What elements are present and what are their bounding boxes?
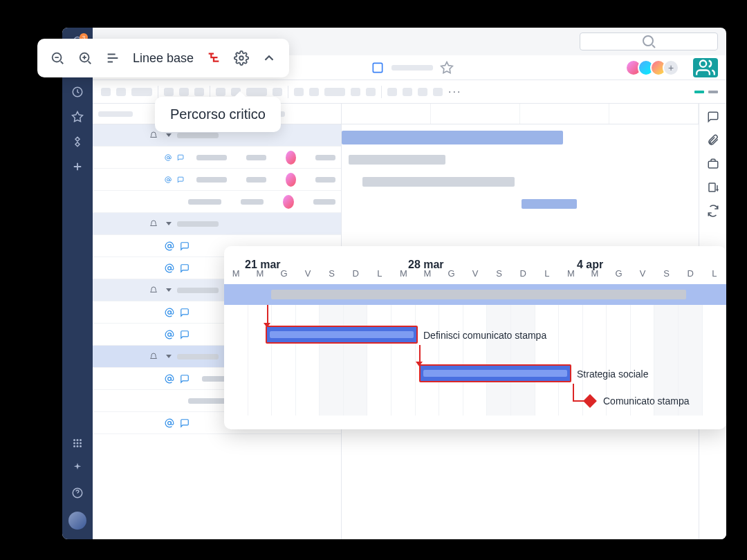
svg-point-11 xyxy=(643,36,653,46)
mention-icon[interactable] xyxy=(165,153,172,162)
comment-icon[interactable] xyxy=(177,153,184,162)
gantt-bar[interactable] xyxy=(522,199,577,209)
column-header[interactable] xyxy=(98,111,133,117)
favorite-star-icon[interactable] xyxy=(440,61,454,75)
gantt-bar[interactable] xyxy=(342,131,563,144)
task-cell xyxy=(315,177,335,183)
svg-point-5 xyxy=(77,442,79,445)
group-row[interactable] xyxy=(93,213,341,235)
svg-point-3 xyxy=(80,439,82,441)
comment-icon[interactable] xyxy=(177,175,184,185)
assignee-avatar[interactable] xyxy=(286,173,296,187)
comment-icon[interactable] xyxy=(180,330,190,339)
mention-icon[interactable] xyxy=(165,418,174,428)
svg-point-6 xyxy=(80,442,82,445)
reminder-icon[interactable] xyxy=(149,220,158,228)
add-collaborator-button[interactable]: + xyxy=(663,59,679,76)
diamond-icon[interactable] xyxy=(71,136,84,148)
task-name xyxy=(188,398,230,404)
placeholder xyxy=(116,88,126,96)
sheet-icon[interactable] xyxy=(371,61,385,75)
task-bar-2[interactable]: Strategia sociale xyxy=(419,364,571,382)
clock-icon[interactable] xyxy=(71,86,84,98)
task-name xyxy=(177,354,219,360)
svg-point-8 xyxy=(77,445,79,447)
reminder-icon[interactable] xyxy=(149,131,158,140)
task-name xyxy=(177,221,219,227)
view-toggle-gantt[interactable] xyxy=(694,91,704,93)
gantt-zoom-panel: 21 mar 28 mar 4 apr MMGVSDLMMGVSDLMMGVSD… xyxy=(224,246,726,429)
more-icon[interactable]: ··· xyxy=(448,86,461,98)
task-row[interactable] xyxy=(93,147,341,169)
assignee-avatar[interactable] xyxy=(286,151,296,165)
comment-icon[interactable] xyxy=(180,308,190,317)
critical-path-tooltip: Percorso critico xyxy=(155,97,281,132)
comment-icon[interactable] xyxy=(180,418,190,428)
comment-icon[interactable] xyxy=(180,374,190,384)
day-label: L xyxy=(535,268,560,279)
view-toggle-grid[interactable] xyxy=(708,91,718,93)
svg-point-7 xyxy=(73,445,75,447)
sort-icon[interactable] xyxy=(707,181,719,194)
gantt-bar[interactable] xyxy=(362,177,515,187)
svg-point-4 xyxy=(73,442,75,445)
refresh-icon[interactable] xyxy=(707,205,719,217)
timeline-header xyxy=(342,104,699,124)
settings-icon[interactable] xyxy=(234,50,249,66)
summary-progress xyxy=(271,290,686,299)
user-avatar[interactable] xyxy=(68,512,86,530)
mention-icon[interactable] xyxy=(165,308,174,317)
briefcase-icon[interactable] xyxy=(707,158,719,170)
zoom-out-icon[interactable] xyxy=(50,50,65,66)
summary-bar[interactable] xyxy=(224,284,726,305)
task-label: Strategia sociale xyxy=(577,368,649,380)
expand-caret-icon[interactable] xyxy=(166,288,172,292)
day-header: MMGVSDLMMGVSDLMMGVSDL xyxy=(224,265,726,284)
task-row[interactable] xyxy=(93,169,341,191)
expand-caret-icon[interactable] xyxy=(166,222,172,225)
critical-path-icon[interactable] xyxy=(206,50,221,66)
left-navigation-rail: 3 xyxy=(62,28,93,539)
task-cell xyxy=(241,199,263,205)
baselines-icon[interactable] xyxy=(105,50,120,66)
expand-caret-icon[interactable] xyxy=(166,133,172,137)
search-input[interactable] xyxy=(580,32,718,50)
task-name xyxy=(196,155,227,160)
star-icon[interactable] xyxy=(71,111,84,123)
help-icon[interactable] xyxy=(71,487,84,499)
assignee-avatar[interactable] xyxy=(283,195,294,209)
share-button[interactable] xyxy=(693,58,718,77)
gantt-zoom-body[interactable]: Definisci comunicato stampa Strategia so… xyxy=(224,284,726,416)
comment-icon[interactable] xyxy=(180,263,190,273)
gantt-bar[interactable] xyxy=(349,155,445,165)
zoom-in-icon[interactable] xyxy=(77,50,93,66)
task-bar-1[interactable]: Definisci comunicato stampa xyxy=(266,326,418,344)
svg-point-15 xyxy=(168,244,172,248)
mention-icon[interactable] xyxy=(165,330,174,339)
mention-icon[interactable] xyxy=(165,374,174,384)
collaborator-avatars[interactable]: + xyxy=(629,59,679,76)
chevron-up-icon[interactable] xyxy=(261,50,277,66)
apps-icon[interactable] xyxy=(71,437,84,449)
task-progress xyxy=(423,370,567,377)
sparkle-icon[interactable] xyxy=(71,462,84,474)
reminder-icon[interactable] xyxy=(149,353,158,361)
mention-icon[interactable] xyxy=(165,241,174,251)
mention-icon[interactable] xyxy=(165,263,174,273)
placeholder xyxy=(324,88,345,96)
day-label: V xyxy=(296,268,320,279)
chat-icon[interactable] xyxy=(707,111,719,123)
placeholder xyxy=(194,88,204,96)
plus-icon[interactable] xyxy=(71,160,84,173)
attachment-icon[interactable] xyxy=(707,134,719,147)
task-name xyxy=(177,133,219,138)
day-label: L xyxy=(703,268,727,279)
task-row[interactable] xyxy=(93,191,341,213)
reminder-icon[interactable] xyxy=(149,286,158,295)
expand-caret-icon[interactable] xyxy=(166,355,172,358)
date-label: 28 mar xyxy=(408,259,444,271)
task-name xyxy=(196,177,227,183)
comment-icon[interactable] xyxy=(180,241,190,251)
mention-icon[interactable] xyxy=(165,175,172,185)
placeholder xyxy=(179,88,189,96)
